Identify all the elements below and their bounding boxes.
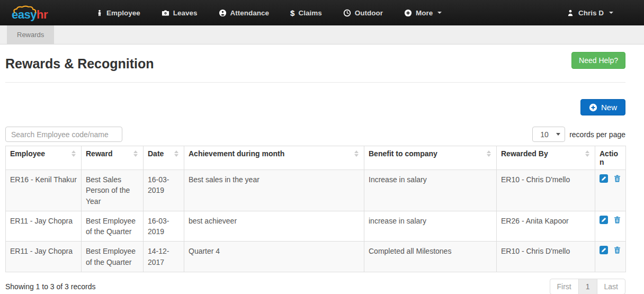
cell-reward: Best Sales Person of the Year [82,170,144,211]
chevron-down-icon [556,133,560,136]
col-header-rewarded-by[interactable]: Rewarded By [497,146,595,170]
main-menu: Employee Leaves Attendance $ Claims [96,8,442,17]
nav-item-leaves[interactable]: Leaves [162,8,198,17]
col-header-label: Employee [10,149,45,158]
cell-rewarded-by: ER10 - Chris D'mello [497,242,595,272]
page-size-label: records per page [569,130,625,139]
col-header-employee[interactable]: Employee [6,146,82,170]
person-icon [96,9,103,17]
user-menu[interactable]: Chris D [567,9,613,17]
edit-icon[interactable] [600,216,608,227]
new-button[interactable]: New [580,99,625,115]
nav-label: Claims [298,9,321,17]
nav-label: Attendance [230,9,270,17]
pagination: First 1 Last [550,279,625,294]
cell-action [595,170,626,211]
plus-circle-icon [589,103,597,112]
rewards-table: Employee Reward Date Achievement during … [5,146,626,272]
dollar-icon: $ [290,8,294,17]
sort-icon [354,150,359,157]
divider [5,82,625,83]
breadcrumb-tab-rewards[interactable]: Rewards [7,25,54,44]
cell-rewarded-by: ER26 - Anita Kapoor [497,211,595,242]
col-header-label: Rewarded By [501,149,548,158]
user-name: Chris D [578,9,604,17]
top-navbar: easyhr Employee Leaves [0,0,644,25]
col-header-achievement[interactable]: Achievement during month [184,146,364,170]
cell-achievement: Quarter 4 [184,242,364,272]
col-header-label: Achievement during month [189,149,284,158]
records-summary: Showing 1 to 3 of 3 records [5,282,95,291]
sort-icon [585,150,589,157]
delete-icon[interactable] [613,216,621,227]
breadcrumb: Rewards [0,25,644,44]
nav-label: Leaves [173,9,198,17]
cell-reward: Best Employee of the Quarter [82,242,144,272]
cell-date: 14-12-2017 [144,242,184,272]
col-header-reward[interactable]: Reward [82,146,144,170]
cell-date: 16-03-2019 [144,211,184,242]
sort-icon [133,150,138,157]
camera-icon [162,9,169,17]
table-row: ER16 - Kenil Thakur Best Sales Person of… [6,170,626,211]
table-row: ER11 - Jay Chopra Best Employee of the Q… [6,211,626,242]
chevron-down-icon [437,12,442,14]
attendance-person-circle-icon [219,9,227,17]
cell-rewarded-by: ER10 - Chris D'mello [497,170,595,211]
pagination-last-button[interactable]: Last [597,279,625,294]
cell-reward: Best Employee of the Quarter [82,211,144,242]
plus-circle-icon [404,9,412,17]
cell-employee: ER16 - Kenil Thakur [6,170,82,211]
search-input[interactable] [5,127,122,142]
nav-label: Outdoor [355,9,383,17]
cell-benefit: increase in salary [364,211,497,242]
cell-benefit: Increase in salary [364,170,497,211]
nav-item-claims[interactable]: $ Claims [290,8,322,17]
col-header-label: Date [148,149,164,158]
col-header-benefit[interactable]: Benefit to company [364,146,497,170]
clock-icon [343,9,351,17]
col-header-date[interactable]: Date [144,146,184,170]
cell-benefit: Completed all Milestones [364,242,497,272]
col-header-label: Benefit to company [369,149,437,158]
main-content: Rewards & Recognition Need Help? New 10 … [0,52,644,294]
easyhr-logo[interactable]: easyhr [12,5,48,21]
nav-label: Employee [106,9,140,17]
nav-item-employee[interactable]: Employee [96,8,140,17]
table-header-row: Employee Reward Date Achievement during … [6,146,626,170]
page-size-select[interactable]: 10 [532,127,565,142]
nav-item-outdoor[interactable]: Outdoor [343,8,383,17]
new-button-label: New [601,103,617,112]
user-icon [567,9,574,17]
delete-icon[interactable] [613,246,621,257]
pagination-first-button[interactable]: First [550,279,579,294]
sort-icon [487,150,491,157]
page-title: Rewards & Recognition [5,52,154,72]
sort-icon [174,150,178,157]
cell-action [595,211,626,242]
col-header-label: Reward [86,149,113,158]
pagination-page-1-button[interactable]: 1 [578,279,597,294]
col-header-action: Action [595,146,626,170]
table-row: ER11 - Jay Chopra Best Employee of the Q… [6,242,626,272]
cell-employee: ER11 - Jay Chopra [6,211,82,242]
sort-icon [71,150,76,157]
cell-date: 16-03-2019 [144,170,184,211]
nav-item-attendance[interactable]: Attendance [219,8,270,17]
cell-employee: ER11 - Jay Chopra [6,242,82,272]
edit-icon[interactable] [600,174,608,185]
need-help-button[interactable]: Need Help? [571,52,625,69]
nav-item-more[interactable]: More [404,8,442,17]
nav-label: More [416,9,433,17]
page-size-value: 10 [540,130,549,139]
cell-achievement: best achieveer [184,211,364,242]
cell-achievement: Best sales in the year [184,170,364,211]
cloud-icon [10,5,40,14]
delete-icon[interactable] [613,174,621,185]
col-header-label: Action [600,149,618,166]
edit-icon[interactable] [600,246,608,257]
cell-action [595,242,626,272]
chevron-down-icon [609,12,613,14]
